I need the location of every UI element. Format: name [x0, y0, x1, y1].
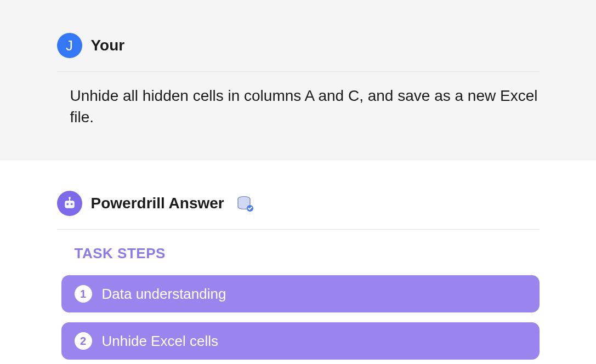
svg-point-4 [69, 197, 71, 200]
step-number-badge: 2 [75, 332, 92, 350]
task-step-1[interactable]: 1 Data understanding [61, 275, 540, 312]
svg-point-2 [70, 203, 72, 206]
svg-rect-0 [65, 201, 75, 208]
user-section: J Your Unhide all hidden cells in column… [0, 0, 596, 161]
task-steps-heading: TASK STEPS [57, 245, 540, 262]
answer-header: Powerdrill Answer [57, 191, 540, 230]
answer-title: Powerdrill Answer [91, 195, 224, 212]
user-name-label: Your [91, 37, 125, 54]
svg-point-1 [66, 203, 69, 206]
step-label: Unhide Excel cells [102, 333, 218, 350]
database-icon [235, 194, 255, 213]
user-message: Unhide all hidden cells in columns A and… [57, 85, 540, 128]
step-label: Data understanding [102, 286, 226, 303]
bot-avatar-icon [57, 191, 82, 216]
user-header: J Your [57, 33, 540, 72]
answer-section: Powerdrill Answer TASK STEPS 1 Data unde… [0, 161, 596, 360]
task-step-2[interactable]: 2 Unhide Excel cells [61, 322, 540, 360]
user-avatar-initial: J [66, 37, 73, 54]
user-avatar: J [57, 33, 82, 58]
step-number-badge: 1 [75, 285, 92, 303]
